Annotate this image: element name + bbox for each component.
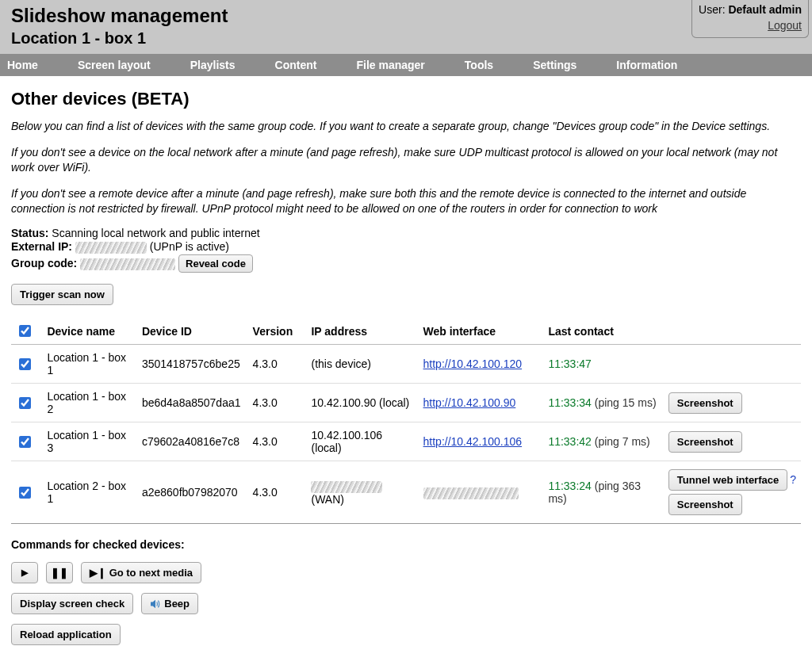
cell-time: 11:33:47 [548, 357, 592, 370]
web-link[interactable]: http://10.42.100.120 [423, 357, 523, 370]
intro-p1: Below you can find a list of devices wit… [11, 119, 801, 134]
table-row: Location 1 - box 2 be6d4a8a8507daa1 4.3.… [11, 384, 801, 422]
cell-id: 3501418757c6be25 [137, 345, 248, 384]
page-title: Other devices (BETA) [11, 89, 801, 109]
table-row: Location 1 - box 3 c79602a40816e7c8 4.3.… [11, 422, 801, 461]
nav-home[interactable]: Home [1, 55, 52, 75]
cell-web [419, 461, 544, 524]
external-ip-suffix: (UPnP is active) [150, 240, 229, 253]
cell-name: Location 1 - box 2 [42, 384, 137, 422]
status-label: Status: [11, 227, 48, 239]
status-value: Scanning local network and public intern… [52, 227, 259, 239]
cell-time: 11:33:34 [548, 396, 592, 409]
nav-playlists[interactable]: Playlists [184, 55, 250, 75]
group-code-value [80, 258, 175, 270]
th-web: Web interface [419, 318, 544, 345]
cell-time: 11:33:42 [548, 435, 592, 448]
cell-id: c79602a40816e7c8 [137, 422, 248, 461]
row-checkbox[interactable] [19, 397, 31, 409]
external-ip-value [75, 242, 147, 254]
th-last: Last contact [543, 318, 663, 345]
ip-blurred [311, 481, 382, 493]
screenshot-button[interactable]: Screenshot [668, 494, 742, 515]
table-row: Location 2 - box 1 a2e860fb07982070 4.3.… [11, 461, 801, 524]
devices-table: Device name Device ID Version IP address… [11, 318, 801, 524]
web-link[interactable]: http://10.42.100.106 [423, 435, 523, 448]
help-link[interactable]: ? [790, 473, 796, 486]
pause-icon: ❚❚ [51, 567, 68, 579]
th-ip: IP address [306, 318, 418, 345]
web-blurred [423, 487, 519, 499]
cell-name: Location 2 - box 1 [42, 461, 137, 524]
app-title: Slideshow management [11, 5, 801, 27]
speaker-icon [150, 599, 161, 609]
tunnel-button[interactable]: Tunnel web interface [668, 469, 787, 491]
logout-link[interactable]: Logout [768, 19, 802, 32]
intro-block: Below you can find a list of devices wit… [11, 119, 801, 216]
user-box: User: Default admin Logout [691, 0, 809, 38]
cell-ip: 10.42.100.106 (local) [306, 422, 418, 461]
cell-version: 4.3.0 [248, 461, 307, 524]
pause-button[interactable]: ❚❚ [46, 562, 73, 583]
cell-ip: 10.42.100.90 (local) [306, 384, 418, 422]
play-icon: ▶ [21, 568, 28, 578]
header: User: Default admin Logout Slideshow man… [0, 0, 812, 54]
row-checkbox[interactable] [19, 358, 31, 370]
cell-version: 4.3.0 [248, 422, 307, 461]
next-media-button[interactable]: ▶❙ Go to next media [81, 562, 201, 583]
th-version: Version [248, 318, 307, 345]
th-device-id: Device ID [137, 318, 248, 345]
cell-id: be6d4a8a8507daa1 [137, 384, 248, 422]
nav-content[interactable]: Content [269, 55, 331, 75]
user-label: User: [699, 3, 725, 16]
cell-name: Location 1 - box 1 [42, 345, 137, 384]
group-code-label: Group code: [11, 257, 77, 269]
cell-version: 4.3.0 [248, 384, 307, 422]
web-link[interactable]: http://10.42.100.90 [423, 396, 516, 409]
cell-ip: (WAN) [306, 461, 418, 524]
play-button[interactable]: ▶ [11, 562, 38, 583]
cell-ping: (ping 7 ms) [595, 435, 650, 448]
app-subtitle: Location 1 - box 1 [11, 29, 801, 48]
nav-file-manager[interactable]: File manager [350, 55, 439, 75]
cell-name: Location 1 - box 3 [42, 422, 137, 461]
commands-title: Commands for checked devices: [11, 538, 801, 551]
nav-screen-layout[interactable]: Screen layout [71, 55, 165, 75]
reload-application-button[interactable]: Reload application [11, 624, 121, 645]
nav-information[interactable]: Information [610, 55, 691, 75]
next-icon: ▶❙ [90, 567, 106, 579]
select-all-checkbox[interactable] [19, 325, 31, 337]
cell-version: 4.3.0 [248, 345, 307, 384]
trigger-scan-button[interactable]: Trigger scan now [11, 284, 113, 305]
nav-tools[interactable]: Tools [458, 55, 508, 75]
cell-id: a2e860fb07982070 [137, 461, 248, 524]
screenshot-button[interactable]: Screenshot [668, 431, 742, 453]
external-ip-label: External IP: [11, 240, 72, 253]
row-checkbox[interactable] [19, 436, 31, 448]
cell-time: 11:33:24 [548, 480, 592, 492]
cell-ping: (ping 15 ms) [595, 396, 657, 409]
table-row: Location 1 - box 1 3501418757c6be25 4.3.… [11, 345, 801, 384]
user-name: Default admin [728, 3, 802, 16]
screenshot-button[interactable]: Screenshot [668, 392, 742, 414]
status-block: Status: Scanning local network and publi… [11, 227, 801, 273]
navbar: Home Screen layout Playlists Content Fil… [0, 54, 812, 76]
display-screen-check-button[interactable]: Display screen check [11, 593, 133, 614]
th-device-name: Device name [42, 318, 137, 345]
intro-p2: If you don't see a device on the local n… [11, 145, 801, 175]
cell-ip: (this device) [306, 345, 418, 384]
reveal-code-button[interactable]: Reveal code [178, 254, 253, 273]
intro-p3: If you don't see a remote device after a… [11, 186, 801, 216]
nav-settings[interactable]: Settings [527, 55, 591, 75]
beep-button[interactable]: Beep [141, 593, 198, 614]
row-checkbox[interactable] [19, 487, 31, 499]
content: Other devices (BETA) Below you can find … [0, 76, 812, 646]
